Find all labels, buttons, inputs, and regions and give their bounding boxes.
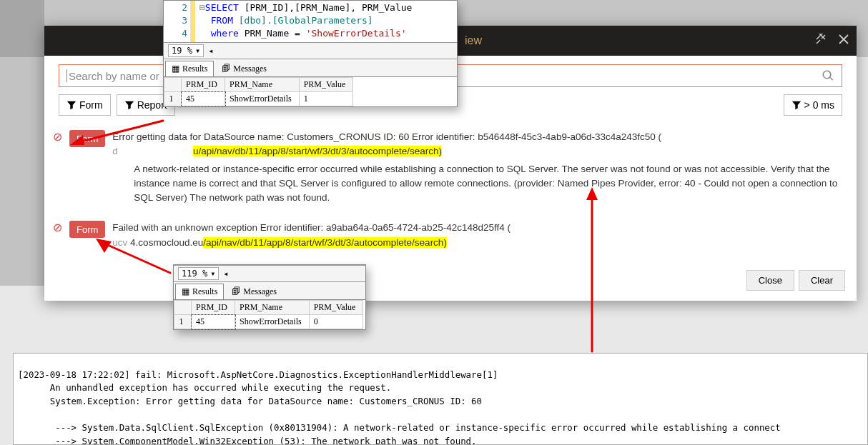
filter-ms-button[interactable]: > 0 ms — [784, 94, 842, 116]
error-icon: ⊘ — [53, 221, 62, 250]
sql-results-popover-top: 234 ⊟SELECT [PRM_ID],[PRM_Name], PRM_Val… — [163, 0, 458, 107]
filter-icon — [66, 100, 77, 110]
error-icon: ⊘ — [53, 130, 62, 205]
grid-icon: ▦ — [172, 64, 179, 74]
messages-icon: 🗐 — [232, 286, 240, 297]
zoom-dropdown[interactable]: 119 % ▾ — [178, 267, 219, 280]
zoom-dropdown[interactable]: 19 % ▾ — [168, 44, 204, 57]
expand-icon[interactable] — [815, 34, 827, 48]
sql-code: ⊟SELECT [PRM_ID],[PRM_Name], PRM_Value F… — [195, 1, 457, 42]
error-entry: ⊘ Form Error getting data for DataSource… — [51, 124, 849, 215]
close-icon[interactable] — [838, 34, 849, 48]
svg-line-0 — [817, 40, 820, 44]
tab-results[interactable]: ▦Results — [175, 284, 224, 299]
entry-message: Failed with an unknown exception Error i… — [112, 221, 849, 250]
results-grid[interactable]: PRM_IDPRM_NamePRM_Value 145ShowErrorDeta… — [174, 300, 363, 329]
log-output: [2023-09-18 17:22:02] fail: Microsoft.As… — [13, 353, 868, 445]
tab-messages[interactable]: 🗐Messages — [215, 61, 273, 76]
entry-detail: A network-related or instance-specific e… — [112, 159, 849, 206]
close-button[interactable]: Close — [746, 270, 794, 291]
entry-badge[interactable]: Form — [69, 130, 105, 147]
table-row: 145ShowErrorDetails1 — [164, 92, 353, 106]
results-grid[interactable]: PRM_IDPRM_NamePRM_Value 145ShowErrorDeta… — [164, 77, 353, 106]
sql-results-popover-bottom: 119 % ▾ ◂ ▦Results 🗐Messages PRM_IDPRM_N… — [173, 264, 366, 330]
tab-results[interactable]: ▦Results — [165, 61, 214, 76]
search-placeholder: Search by name or — [69, 70, 159, 82]
entry-message: Error getting data for DataSource name: … — [112, 130, 849, 159]
clear-button[interactable]: Clear — [799, 270, 845, 291]
filter-icon — [124, 100, 134, 110]
filter-form-button[interactable]: Form — [59, 94, 111, 116]
grid-icon: ▦ — [182, 286, 189, 297]
messages-icon: 🗐 — [222, 64, 230, 74]
dialog-title-fragment: iew — [465, 34, 482, 47]
table-row: 145ShowErrorDetails0 — [174, 315, 363, 329]
tab-messages[interactable]: 🗐Messages — [225, 284, 283, 299]
entry-badge[interactable]: Form — [69, 221, 105, 238]
search-icon — [822, 69, 834, 82]
line-gutter: 234 — [164, 1, 191, 42]
filter-icon — [791, 100, 802, 110]
error-entry: ⊘ Form Failed with an unknown exception … — [51, 215, 849, 260]
